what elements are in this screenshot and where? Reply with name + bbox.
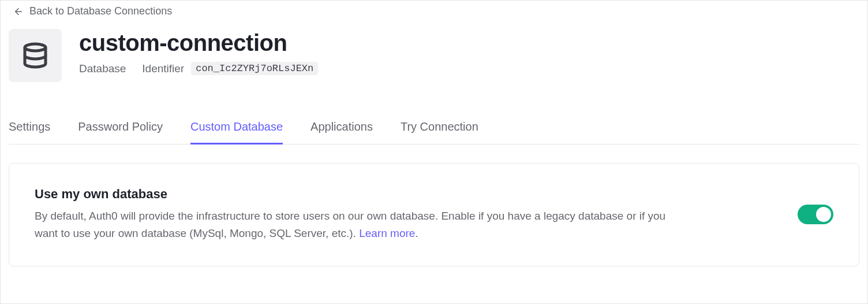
- identifier-value[interactable]: con_Ic2ZYRj7oRLsJEXn: [191, 62, 318, 75]
- use-own-database-toggle[interactable]: [798, 205, 833, 224]
- tab-custom-database[interactable]: Custom Database: [190, 120, 283, 144]
- svg-point-1: [25, 44, 46, 51]
- back-link-label: Back to Database Connections: [29, 5, 172, 17]
- tab-try-connection[interactable]: Try Connection: [401, 120, 478, 144]
- back-link[interactable]: Back to Database Connections: [9, 1, 172, 21]
- connection-type-label: Database: [79, 62, 126, 75]
- identifier-label: Identifier: [142, 62, 184, 75]
- toggle-knob: [816, 207, 831, 222]
- card-title: Use my own database: [35, 187, 669, 202]
- card-description-period: .: [415, 227, 418, 239]
- tab-settings[interactable]: Settings: [9, 120, 50, 144]
- tab-applications[interactable]: Applications: [310, 120, 373, 144]
- page-header: custom-connection Database Identifier co…: [9, 21, 859, 82]
- page-title: custom-connection: [79, 30, 318, 56]
- connection-icon-tile: [9, 29, 62, 82]
- database-icon: [21, 42, 49, 69]
- tabs: Settings Password Policy Custom Database…: [9, 120, 859, 144]
- card-description-text: By default, Auth0 will provide the infra…: [35, 210, 665, 239]
- use-own-database-card: Use my own database By default, Auth0 wi…: [9, 163, 859, 266]
- tab-password-policy[interactable]: Password Policy: [78, 120, 163, 144]
- meta-row: Database Identifier con_Ic2ZYRj7oRLsJEXn: [79, 62, 318, 75]
- card-description: By default, Auth0 will provide the infra…: [35, 207, 669, 243]
- arrow-left-icon: [13, 6, 24, 17]
- learn-more-link[interactable]: Learn more: [359, 227, 415, 239]
